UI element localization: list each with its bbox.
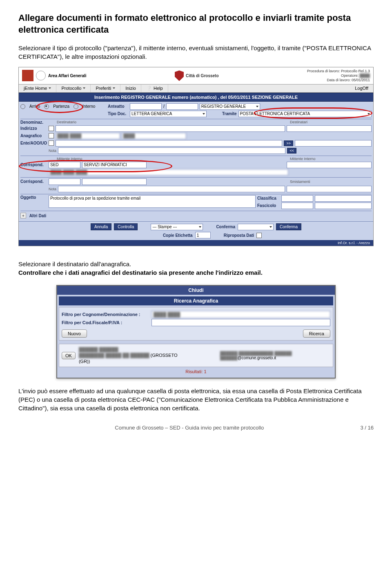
registration-title-bar: Inserimento REGISTRO GENERALE numero (au… — [19, 93, 373, 102]
operator-value-blurred: ████ — [359, 73, 370, 78]
menu-inizio[interactable]: Inizio — [120, 85, 141, 92]
mittente-list[interactable] — [287, 162, 372, 168]
moon-icon — [36, 71, 46, 80]
result-piva-blurred: ██████ — [274, 351, 292, 356]
registro-select[interactable]: REGISTRO GENERALE — [200, 103, 260, 110]
nota-input-2[interactable] — [58, 186, 285, 192]
operator-label: Operatore: — [341, 73, 359, 78]
chevron-down-icon — [49, 87, 51, 89]
menu-help[interactable]: ❔Help — [141, 85, 168, 92]
classifica-input-1[interactable] — [281, 195, 313, 202]
result-row: OK ██████ ██████ ████████ █████ ██ █████… — [59, 344, 333, 367]
classifica-input-2[interactable] — [315, 195, 372, 202]
radio-arrivo[interactable] — [20, 104, 25, 109]
copie-input[interactable]: 1 — [195, 232, 211, 238]
corrispond-desc-input[interactable]: ████ ████ ████ — [49, 169, 288, 176]
result-grosseto: (GROSSETO — [151, 353, 178, 358]
filter-codfiscale-label: Filtro per Cod.Fiscale/P.IVA : — [62, 320, 151, 325]
conferma-button[interactable]: Conferma — [276, 223, 301, 230]
indirizzo-checkbox[interactable] — [49, 126, 54, 131]
area-label: Area Affari Generali — [48, 73, 87, 78]
action-bar: Annulla Controlla --- Stampe --- Conferm… — [19, 221, 373, 232]
chevron-down-icon — [113, 87, 115, 89]
remove-dest-button[interactable]: << — [287, 148, 296, 154]
action-bar-2: Copie Etichetta 1 Riproposta Dati — [19, 232, 373, 240]
classifica-label: Classifica — [257, 196, 280, 200]
menu-logoff[interactable]: LogOff — [350, 85, 373, 92]
result-ok-button[interactable]: OK — [62, 352, 76, 359]
result-email-domain: @comune.grosseto.it — [238, 356, 276, 360]
copie-label: Copie Etichetta — [163, 233, 193, 238]
destinatari-list[interactable] — [287, 125, 372, 132]
annulla-button[interactable]: Annulla — [91, 223, 111, 230]
oggetto-label: Oggetto — [20, 195, 47, 200]
ricerca-button[interactable]: Ricerca — [303, 329, 330, 338]
ente-input[interactable] — [56, 140, 282, 147]
work-date: Data di lavoro: 05/01/2011 — [307, 78, 370, 82]
vendor-footer: Inf.Or. s.r.l. - Arezzo — [19, 240, 373, 246]
anteatto-input-1[interactable] — [130, 103, 162, 110]
nuovo-button[interactable]: Nuovo — [62, 329, 87, 338]
nota-label-1: Nota — [49, 149, 56, 153]
smistamenti-heading: Smistamenti — [290, 180, 372, 184]
results-count: Risultati: 1 — [59, 367, 333, 376]
radio-interno-label: Interno — [82, 104, 95, 109]
page-footer: Comune di Grosseto – SED - Guida invio p… — [18, 425, 374, 431]
fascicolo-input-2[interactable] — [315, 203, 372, 209]
tramite-label: Tramite — [222, 111, 237, 116]
anagrafico-checkbox[interactable] — [49, 133, 54, 138]
result-addr-blurred: ████████ █████ ██ ██████ — [79, 353, 149, 358]
filter-codfiscale-input[interactable] — [151, 319, 330, 326]
result-name-blurred: ██████ ██████ — [79, 347, 118, 352]
controlla-button[interactable]: Controlla — [114, 223, 138, 230]
corrispond2-input-1[interactable] — [49, 178, 80, 185]
radio-arrivo-label: Arrivo — [29, 104, 40, 109]
oggetto-textarea[interactable]: Protocollo di prova per la spedizione tr… — [49, 195, 256, 208]
dialog-close-bar[interactable]: Chiudi — [57, 286, 335, 295]
screenshot-protocollo-form: Area Affari Generali Città di Grosseto P… — [18, 67, 374, 246]
denominaz-label: Denominaz. — [20, 120, 47, 125]
corrispond-servizi-input[interactable]: SERVIZI INFORMATICI — [82, 162, 147, 168]
menu-home[interactable]: jEnte Home — [19, 85, 56, 92]
tipodoc-select[interactable]: LETTERA GENERICA — [130, 111, 207, 117]
smistamenti-list[interactable] — [287, 186, 372, 192]
nota-label-2: Nota — [49, 187, 56, 191]
ente-checkbox[interactable] — [49, 140, 54, 146]
corrispond2-label: Corrispond. — [20, 179, 47, 184]
form-body: Arrivo Partenza Interno Anteatto / REGIS… — [19, 102, 373, 222]
corrispond-sed-input[interactable]: SED — [49, 162, 80, 168]
ente-dest-input[interactable] — [295, 140, 372, 147]
altridati-label: Altri Dati — [29, 214, 47, 218]
riproposta-checkbox[interactable] — [256, 233, 262, 238]
fascicolo-input-1[interactable] — [281, 203, 313, 209]
filter-cognome-input[interactable]: ████ ████ — [151, 311, 330, 318]
anteatto-sep: / — [163, 104, 165, 109]
conferma-select[interactable] — [238, 224, 274, 230]
ente-logo-icon — [22, 70, 33, 81]
anteatto-input-2[interactable] — [166, 103, 198, 110]
tramite-select[interactable]: POSTA ELETTRONICA CERTIFICATA — [238, 111, 372, 117]
nota-input-1[interactable] — [58, 147, 285, 154]
expand-altridati-button[interactable]: + — [20, 213, 26, 218]
stampe-select[interactable]: --- Stampe --- — [151, 224, 203, 230]
result-cf-blurred: ██████ ████████████ — [220, 351, 273, 356]
procedure-label: Procedura di lavoro: Protocollo Rel.1.3 — [307, 69, 370, 73]
instruction-select-dest: Selezionare il destinatario dall'anagraf… — [18, 260, 374, 268]
mittente-heading-2: Mittente Interno — [290, 157, 372, 161]
help-icon: ❔ — [146, 86, 152, 91]
instruction-check-email: Controllare che i dati anagrafici del de… — [18, 268, 374, 277]
menu-protocollo[interactable]: Protocollo — [56, 85, 91, 92]
destinatario-heading: Destinatario — [57, 120, 76, 124]
anagrafico-input-2[interactable]: ████ — [122, 133, 186, 139]
radio-partenza[interactable] — [44, 104, 49, 109]
city-shield-icon — [175, 70, 184, 81]
radio-interno[interactable] — [74, 104, 78, 109]
intro-paragraph-1: Selezionare il tipo di protocollo ("part… — [18, 44, 374, 61]
menu-preferiti[interactable]: Preferiti — [91, 85, 120, 92]
corrispond2-input-2[interactable] — [82, 178, 147, 185]
result-email-prefix-blurred: ██████ — [220, 356, 238, 360]
anagrafico-input-1[interactable]: ████ ████ — [56, 133, 120, 139]
add-dest-button[interactable]: >> — [284, 140, 293, 146]
indirizzo-input[interactable] — [56, 125, 285, 132]
fascicolo-label: Fascicolo — [257, 203, 280, 208]
